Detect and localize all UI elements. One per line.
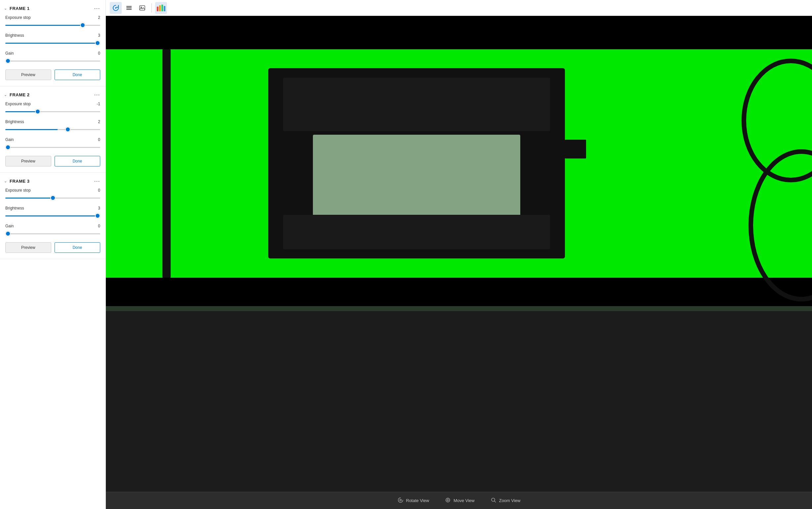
rotate-status-icon (398, 497, 404, 504)
svg-rect-3 (126, 9, 132, 10)
gain-label-1: Gain (5, 51, 13, 56)
brightness-slider-1[interactable] (5, 43, 100, 44)
chevron-icon-1[interactable]: ⌄ (4, 6, 7, 10)
exposure-slider-container-1 (5, 22, 100, 29)
brightness-label-row-3: Brightness 3 (5, 206, 100, 210)
rotate-view-button[interactable] (110, 2, 122, 14)
move-view-status[interactable]: Move View (445, 497, 474, 504)
preview-button-3[interactable]: Preview (5, 242, 51, 253)
left-panel: ⌄ FRAME 1 ⋯ Exposure stop 2 Brightness (0, 0, 106, 509)
done-button-2[interactable]: Done (54, 156, 101, 166)
chevron-icon-2[interactable]: ⌄ (4, 93, 7, 97)
exposure-slider-container-3 (5, 195, 100, 201)
exposure-stop-row-3: Exposure stop 0 (5, 188, 100, 201)
exposure-label-1: Exposure stop (5, 15, 31, 20)
color-bars-icon (157, 5, 165, 11)
button-row-3: Preview Done (5, 242, 100, 253)
frame-controls-2: Exposure stop -1 Brightness 2 (0, 102, 106, 166)
gain-slider-container-1 (5, 58, 100, 64)
exposure-slider-2[interactable] (5, 111, 100, 112)
gain-label-row-3: Gain 0 (5, 224, 100, 228)
frame-section-3: ⌄ FRAME 3 ⋯ Exposure stop 0 Brightness (0, 173, 106, 259)
brightness-slider-container-2 (5, 126, 100, 133)
gain-label-row-2: Gain 0 (5, 137, 100, 142)
exposure-label-2: Exposure stop (5, 102, 31, 106)
brightness-label-1: Brightness (5, 33, 24, 38)
table-view-button[interactable] (123, 2, 135, 14)
more-icon-3[interactable]: ⋯ (94, 177, 100, 185)
svg-rect-2 (126, 7, 132, 8)
exposure-slider-1[interactable] (5, 25, 100, 26)
brightness-row-2: Brightness 2 (5, 120, 100, 133)
image-view-button[interactable] (136, 2, 148, 14)
move-view-label: Move View (453, 498, 474, 503)
svg-point-6 (400, 499, 401, 501)
preview-button-2[interactable]: Preview (5, 156, 51, 166)
brightness-label-row-1: Brightness 3 (5, 33, 100, 38)
exposure-slider-container-2 (5, 108, 100, 115)
frame-controls-3: Exposure stop 0 Brightness 3 (0, 188, 106, 253)
zoom-view-label: Zoom View (499, 498, 521, 503)
frame-section-1: ⌄ FRAME 1 ⋯ Exposure stop 2 Brightness (0, 0, 106, 87)
viewport (106, 16, 812, 492)
exposure-label-row-1: Exposure stop 2 (5, 15, 100, 20)
gain-row-1: Gain 0 (5, 51, 100, 64)
gain-slider-3[interactable] (5, 233, 100, 234)
toolbar-divider (151, 3, 152, 12)
exposure-slider-3[interactable] (5, 198, 100, 199)
done-button-3[interactable]: Done (54, 242, 101, 253)
exposure-value-3: 0 (98, 188, 100, 193)
frame-title-3: FRAME 3 (10, 179, 30, 184)
status-bar: Rotate View Move View Zoom View (106, 492, 812, 509)
exposure-label-row-3: Exposure stop 0 (5, 188, 100, 193)
brightness-slider-container-3 (5, 212, 100, 219)
brightness-row-1: Brightness 3 (5, 33, 100, 46)
gain-value-3: 0 (98, 224, 100, 228)
gain-row-2: Gain 0 (5, 137, 100, 150)
button-row-1: Preview Done (5, 69, 100, 80)
color-bars-button[interactable] (155, 2, 167, 14)
exposure-stop-row-1: Exposure stop 2 (5, 15, 100, 29)
exposure-label-row-2: Exposure stop -1 (5, 102, 100, 106)
gain-value-2: 0 (98, 137, 100, 142)
brightness-label-row-2: Brightness 2 (5, 120, 100, 124)
exposure-stop-row-2: Exposure stop -1 (5, 102, 100, 115)
brightness-value-2: 2 (98, 120, 100, 124)
brightness-label-2: Brightness (5, 120, 24, 124)
zoom-status-icon (490, 497, 496, 504)
toolbar (106, 0, 812, 16)
svg-rect-1 (126, 6, 132, 7)
frame-header-left-1: ⌄ FRAME 1 (4, 6, 30, 11)
rotate-view-status[interactable]: Rotate View (398, 497, 429, 504)
brightness-slider-3[interactable] (5, 215, 100, 216)
brightness-row-3: Brightness 3 (5, 206, 100, 219)
gain-value-1: 0 (98, 51, 100, 56)
more-icon-2[interactable]: ⋯ (94, 91, 100, 98)
svg-rect-4 (140, 6, 145, 10)
exposure-value-2: -1 (97, 102, 100, 106)
gain-slider-2[interactable] (5, 147, 100, 148)
done-button-1[interactable]: Done (54, 69, 101, 80)
gain-slider-container-2 (5, 144, 100, 150)
preview-button-1[interactable]: Preview (5, 69, 51, 80)
rotate-view-label: Rotate View (406, 498, 429, 503)
zoom-view-status[interactable]: Zoom View (490, 497, 521, 504)
frame-title-2: FRAME 2 (10, 92, 30, 97)
frame-header-1: ⌄ FRAME 1 ⋯ (0, 0, 106, 15)
brightness-slider-2[interactable] (5, 129, 100, 130)
frame-section-2: ⌄ FRAME 2 ⋯ Exposure stop -1 Brightness (0, 87, 106, 173)
exposure-label-3: Exposure stop (5, 188, 31, 193)
brightness-slider-container-1 (5, 40, 100, 46)
frame-header-2: ⌄ FRAME 2 ⋯ (0, 87, 106, 102)
exposure-value-1: 2 (98, 15, 100, 20)
chevron-icon-3[interactable]: ⌄ (4, 179, 7, 183)
frame-title-1: FRAME 1 (10, 6, 30, 11)
gain-label-3: Gain (5, 224, 13, 228)
move-status-icon (445, 497, 451, 504)
more-icon-1[interactable]: ⋯ (94, 5, 100, 12)
gain-slider-1[interactable] (5, 61, 100, 62)
gain-row-3: Gain 0 (5, 224, 100, 237)
frame-header-left-2: ⌄ FRAME 2 (4, 92, 30, 97)
button-row-2: Preview Done (5, 156, 100, 166)
brightness-label-3: Brightness (5, 206, 24, 210)
